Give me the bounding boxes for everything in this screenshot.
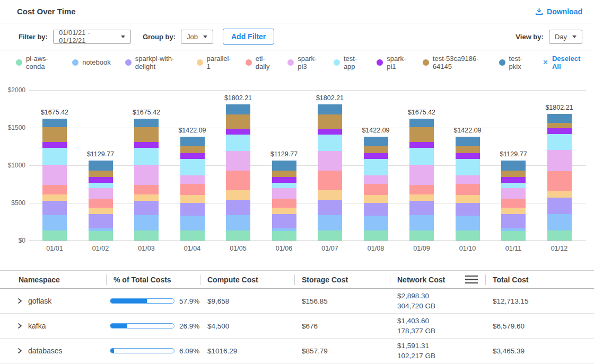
bar-segment-test-app [134,148,159,165]
chevron-right-icon[interactable] [17,323,22,329]
namespace-name: databases [28,347,63,355]
bar-segment-notebook [364,216,388,230]
bar-segment-test-53ca9186-64145 [134,127,159,142]
bar-segment-spark-pi3 [318,151,342,171]
date-range-dropdown[interactable]: 01/01/21 - 01/12/21 [53,30,131,44]
total-cost-value: $6,579.60 [485,322,594,330]
pct-progress-bar [110,323,174,329]
close-icon: ✕ [543,58,548,66]
legend-item-parallel-1[interactable]: parallel-1 [197,55,231,70]
table-row-goflask[interactable]: goflask 57.9% $9,658 $156.85 $2,898.30 3… [0,289,594,314]
bar-segment-sparkpi-with-delight [180,203,205,216]
bar-segment-etl-daily [318,171,342,190]
bar-segment-test-53ca9186-64145 [42,127,67,142]
bar-segment-spark-pi1 [364,153,388,159]
bar-segment-etl-daily [456,184,480,195]
download-button[interactable]: Download [535,7,582,16]
bar-segment-spark-pi3 [501,188,526,199]
bar-segment-test-app [501,183,526,188]
bar-segment-spark-pi3 [89,188,113,199]
chart-legend: pi-aws-conda notebook sparkpi-with-delig… [0,50,594,74]
bar-segment-spark-pi1 [501,177,526,183]
bar-segment-spark-pi1 [456,153,480,159]
bar-segment-etl-daily [226,171,250,190]
table-row-databases[interactable]: databases 6.09% $1016.29 $857.79 $1,591.… [0,339,594,363]
bar-segment-spark-pi3 [364,175,388,184]
bar-segment-parallel-1 [364,195,388,203]
bar-segment-spark-pi3 [272,188,296,199]
legend-item-test-53ca9186-64145[interactable]: test-53ca9186-64145 [423,55,485,70]
bar-segment-notebook [272,228,296,231]
storage-cost-value: $676 [294,322,390,330]
chevron-down-icon [572,35,576,38]
col-header-total-cost[interactable]: Total Cost [485,271,594,288]
network-cost-value: $1,403.60 [397,316,485,326]
legend-item-test-pkix[interactable]: test-pkix [499,55,528,70]
legend-item-sparkpi-with-delight[interactable]: sparkpi-with-delight [125,55,182,70]
bar-segment-test-53ca9186-64145 [180,146,205,153]
deselect-all-button[interactable]: ✕ Deselect All [543,55,582,70]
chevron-right-icon[interactable] [17,298,22,304]
bar-segment-spark-pi1 [272,177,296,183]
legend-item-pi-aws-conda[interactable]: pi-aws-conda [16,55,58,70]
bar-segment-test-app [272,183,296,188]
bar-segment-spark-pi1 [318,129,342,135]
bar-segment-sparkpi-with-delight [89,214,113,228]
bar-segment-etl-daily [364,184,388,195]
legend-label: sparkpi-with-delight [135,55,182,70]
bar-total-label: $1802.21 [306,94,354,102]
col-header-namespace[interactable]: Namespace [0,271,106,288]
legend-item-notebook[interactable]: notebook [72,58,111,66]
x-tick-label: 01/12 [541,245,578,252]
legend-item-spark-pi3[interactable]: spark-pi3 [287,55,319,70]
bar-segment-test-53ca9186-64145 [272,171,296,177]
bar-segment-spark-pi1 [409,142,434,148]
bar-segment-parallel-1 [89,208,113,214]
chevron-down-icon [121,35,125,38]
date-range-value: 01/01/21 - 01/12/21 [59,29,116,45]
table-row-kafka[interactable]: kafka 26.9% $4,500 $676 $1,403.60 178,37… [0,314,594,339]
legend-item-etl-daily[interactable]: etl-daily [246,55,273,70]
compute-cost-value: $9,658 [200,297,294,305]
col-header-compute-cost[interactable]: Compute Cost [200,271,294,288]
menu-icon[interactable] [465,276,478,284]
chevron-right-icon[interactable] [17,348,22,354]
bar-segment-test-app [226,135,250,151]
bar-segment-sparkpi-with-delight [226,200,250,215]
bar-segment-sparkpi-with-delight [42,201,67,215]
bar-segment-sparkpi-with-delight [547,198,572,215]
x-tick-label: 01/08 [357,245,395,252]
bar-segment-notebook [456,216,480,230]
bar-total-label: $1802.21 [214,94,262,102]
col-header-storage-cost[interactable]: Storage Cost [294,271,390,288]
col-header-network-cost[interactable]: Network Cost [390,271,485,288]
storage-cost-value: $156.85 [294,297,390,305]
view-by-dropdown[interactable]: Day [549,30,582,44]
bar-segment-test-53ca9186-64145 [547,123,572,128]
page-title: Cost Over Time [17,7,76,16]
gridline [29,241,586,241]
bar-segment-test-pkix [272,161,296,171]
add-filter-button[interactable]: Add Filter [223,29,274,45]
bar-segment-test-pkix [456,137,480,146]
bar-segment-test-pkix [409,119,434,127]
bar-segment-notebook [318,215,342,230]
bar-segment-pi-aws-conda [42,230,67,241]
col-header-pct-total-costs[interactable]: % of Total Costs [106,271,200,288]
legend-swatch [499,59,505,66]
legend-item-test-app[interactable]: test-app [334,55,362,70]
group-by-value: Job [187,33,198,41]
bar-segment-etl-daily [89,199,113,208]
x-tick-label: 01/06 [266,245,303,252]
group-by-dropdown[interactable]: Job [181,30,213,44]
network-cost-cell: $1,403.60 178,377 GB [390,316,485,336]
chevron-down-icon [203,35,207,38]
legend-item-spark-pi1[interactable]: spark-pi1 [377,55,408,70]
storage-cost-value: $857.79 [294,347,390,355]
bar-segment-pi-aws-conda [180,230,205,241]
bar-segment-pi-aws-conda [409,230,434,241]
bar-segment-notebook [89,228,113,231]
namespace-cost-table: Namespace % of Total Costs Compute Cost … [0,270,594,363]
bar-segment-parallel-1 [501,208,526,214]
network-cost-value: $2,898.30 [397,291,485,301]
